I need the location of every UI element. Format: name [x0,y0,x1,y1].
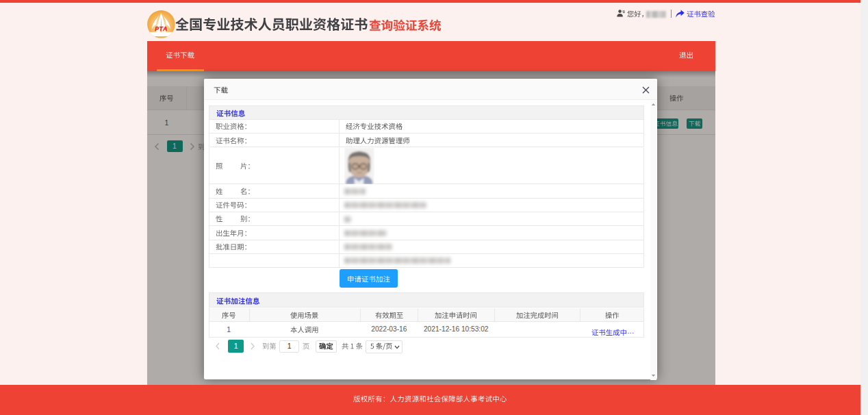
svg-text:PTA: PTA [155,25,168,32]
